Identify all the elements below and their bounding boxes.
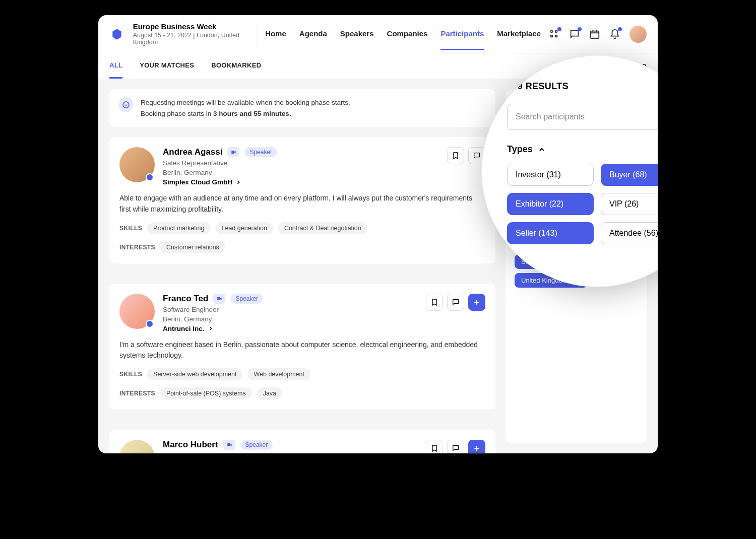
nav-participants[interactable]: Participants <box>440 29 484 50</box>
message-button[interactable] <box>447 440 464 453</box>
svg-point-1 <box>555 30 557 32</box>
bookmark-button[interactable] <box>447 147 464 164</box>
event-subtitle: August 15 - 21, 2022 | London, United Ki… <box>133 32 246 46</box>
notice-text: Requesting meetings will be available wh… <box>141 97 350 119</box>
participant-avatar <box>119 294 155 329</box>
subtab-matches[interactable]: YOUR MATCHES <box>140 53 194 79</box>
bell-icon[interactable] <box>609 29 620 40</box>
speaker-badge: Speaker <box>230 294 263 304</box>
calendar-icon[interactable] <box>589 29 600 40</box>
svg-rect-4 <box>591 31 599 38</box>
participant-location: Berlin, Germany <box>163 315 418 323</box>
main-column: Requesting meetings will be available wh… <box>109 89 495 443</box>
event-title: Europe Business Week <box>133 22 246 31</box>
type-chip[interactable]: Seller (143) <box>507 222 594 244</box>
nav-marketplace[interactable]: Marketplace <box>497 29 541 50</box>
magnify-search[interactable]: Search participants <box>507 104 658 130</box>
participant-company[interactable]: Antrunci Inc. <box>163 325 418 332</box>
user-avatar[interactable] <box>629 26 647 43</box>
type-chip[interactable]: Investor (31) <box>507 164 594 186</box>
header: Europe Business Week August 15 - 21, 202… <box>98 15 658 53</box>
skill-tag: Web development <box>247 368 310 380</box>
speaker-badge: Speaker <box>244 147 277 157</box>
nav-home[interactable]: Home <box>265 29 286 50</box>
subtab-bookmarked[interactable]: BOOKMARKED <box>211 53 261 79</box>
bookmark-button[interactable] <box>426 440 443 453</box>
type-chip[interactable]: Buyer (68) <box>601 164 658 186</box>
booking-notice: Requesting meetings will be available wh… <box>109 89 495 127</box>
nav-speakers[interactable]: Speakers <box>340 29 374 50</box>
skill-tag: Contract & Deal negotiation <box>278 222 367 234</box>
nav-agenda[interactable]: Agenda <box>299 29 327 50</box>
svg-point-2 <box>551 35 553 37</box>
bookmark-button[interactable] <box>426 294 443 311</box>
participant-company[interactable]: Simplex Cloud GmbH <box>163 178 439 186</box>
chevron-right-icon <box>208 325 214 331</box>
participant-card: Marco Hubert Speaker Project Manager Vie… <box>109 430 495 453</box>
type-chip[interactable]: Attendee (56) <box>601 222 658 244</box>
participant-role: Software Engineer <box>163 306 418 313</box>
participant-card: Andrea Agassi Speaker Sales Representati… <box>109 137 495 263</box>
chevron-up-icon <box>538 146 546 154</box>
add-button[interactable] <box>468 440 485 453</box>
participant-avatar <box>119 440 155 453</box>
app-window: Europe Business Week August 15 - 21, 202… <box>98 15 658 453</box>
chat-icon[interactable] <box>569 29 580 40</box>
add-button[interactable] <box>468 294 485 311</box>
interests-label: INTERESTS <box>119 244 155 251</box>
participant-name: Franco Ted <box>163 294 208 304</box>
interest-tag: Customer relations <box>160 241 225 253</box>
chevron-right-icon <box>235 179 241 185</box>
svg-point-3 <box>555 35 557 37</box>
participant-name: Andrea Agassi <box>163 147 222 157</box>
header-icons <box>549 26 647 43</box>
magnify-types-title[interactable]: Types <box>507 144 658 155</box>
speaker-badge: Speaker <box>240 440 273 450</box>
skills-label: SKILLS <box>119 371 142 378</box>
type-chip[interactable]: Exhibitor (22) <box>507 193 594 215</box>
interest-tag: Point-of-sale (POS) systems <box>160 387 252 399</box>
type-chip[interactable]: VIP (26) <box>601 193 658 215</box>
online-status-icon <box>146 320 154 328</box>
video-icon <box>213 294 225 304</box>
participant-name: Marco Hubert <box>163 440 218 450</box>
message-button[interactable] <box>447 294 464 311</box>
video-icon <box>227 147 239 157</box>
participant-card: Franco Ted Speaker Software Engineer Ber… <box>109 284 495 410</box>
logo-icon <box>109 25 125 43</box>
nav-companies[interactable]: Companies <box>387 29 428 50</box>
main-nav: Home Agenda Speakers Companies Participa… <box>265 29 541 39</box>
skills-label: SKILLS <box>119 225 142 232</box>
participant-desc: I'm a software engineer based in Berlin,… <box>119 340 485 361</box>
online-status-icon <box>146 173 154 181</box>
event-info: Europe Business Week August 15 - 21, 202… <box>133 22 257 46</box>
subtab-all[interactable]: ALL <box>109 53 122 79</box>
participant-desc: Able to engage with an audience at any t… <box>119 193 485 215</box>
skill-tag: Lead generation <box>216 222 273 234</box>
magnify-type-chips: Investor (31)Buyer (68)Exhibitor (22)VIP… <box>507 164 658 244</box>
skill-tag: Product marketing <box>147 222 210 234</box>
grid-icon[interactable] <box>549 29 560 40</box>
participant-role: Sales Representative <box>163 159 439 167</box>
interest-tag: Java <box>257 387 282 399</box>
svg-point-0 <box>551 30 553 32</box>
participant-location: Berlin, Germany <box>163 169 439 176</box>
interests-label: INTERESTS <box>119 390 155 397</box>
skill-tag: Server-side web development <box>147 368 242 380</box>
info-icon <box>118 97 134 112</box>
participant-role: Project Manager <box>163 452 418 453</box>
video-icon <box>223 440 235 450</box>
participant-avatar <box>119 147 155 182</box>
